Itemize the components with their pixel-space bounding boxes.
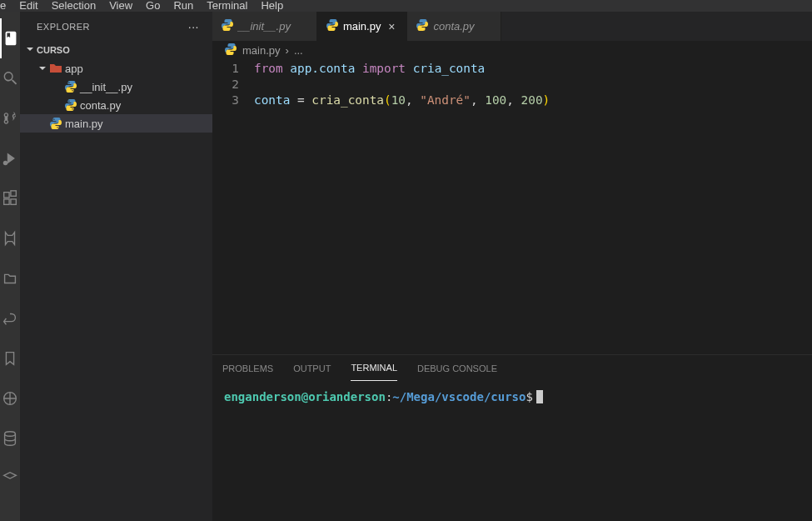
svg-point-6 <box>5 432 16 437</box>
tree-item-label: main.py <box>65 118 103 130</box>
menu-go[interactable]: Go <box>139 0 167 11</box>
terminal-path: ~/Mega/vscode/curso <box>392 390 526 403</box>
menu-view[interactable]: View <box>102 0 139 11</box>
python-file-icon <box>63 98 78 112</box>
breadcrumbs[interactable]: main.py › ... <box>212 41 812 59</box>
tab-main[interactable]: main.py × <box>317 12 408 41</box>
activity-search-icon[interactable] <box>0 58 20 98</box>
menu-selection[interactable]: Selection <box>45 0 102 11</box>
tab-label: conta.py <box>433 20 474 33</box>
python-file-icon <box>221 18 234 34</box>
line-number: 3 <box>212 93 239 108</box>
chevron-down-icon <box>25 44 35 56</box>
activity-generic-icon-4[interactable] <box>0 378 20 418</box>
line-number: 2 <box>212 77 239 93</box>
tree-folder-app[interactable]: app <box>20 59 212 78</box>
python-file-icon <box>326 18 339 34</box>
sidebar-section-label: CURSO <box>37 45 70 55</box>
python-file-icon <box>224 43 237 58</box>
sidebar: EXPLORER ··· CURSO app <box>20 12 212 521</box>
tabs-bar: __init__.py × main.py × conta.py × <box>212 12 812 41</box>
tree-item-label: __init__.py <box>80 81 132 93</box>
folder-icon <box>48 63 63 74</box>
python-file-icon <box>48 117 63 130</box>
svg-point-0 <box>3 161 8 166</box>
terminal[interactable]: enganderson@orianderson:~/Mega/vscode/cu… <box>212 383 812 521</box>
menu-terminal[interactable]: Terminal <box>200 0 254 11</box>
tree-file-conta[interactable]: conta.py <box>20 96 212 114</box>
line-number: 1 <box>212 61 239 77</box>
activity-debug-icon[interactable] <box>0 138 20 178</box>
menu-edit[interactable]: Edit <box>12 0 44 11</box>
tab-label: main.py <box>343 20 381 33</box>
terminal-dollar: $ <box>526 390 532 403</box>
menu-remnant[interactable]: e <box>0 0 12 11</box>
menu-bar: e Edit Selection View Go Run Terminal He… <box>0 0 812 12</box>
panel-tab-debug-console[interactable]: DEBUG CONSOLE <box>417 358 497 381</box>
tab-init[interactable]: __init__.py × <box>212 12 317 41</box>
panel-tab-problems[interactable]: PROBLEMS <box>222 358 273 381</box>
activity-generic-icon-5[interactable] <box>0 458 20 498</box>
activity-generic-icon-3[interactable] <box>0 298 20 338</box>
panel-tab-terminal[interactable]: TERMINAL <box>351 358 397 381</box>
sidebar-header: EXPLORER ··· <box>20 12 212 41</box>
chevron-right-icon: › <box>286 44 289 57</box>
terminal-user: enganderson@orianderson <box>224 390 386 403</box>
panel-tab-output[interactable]: OUTPUT <box>293 358 331 381</box>
tree-file-init[interactable]: __init__.py <box>20 78 212 96</box>
file-tree: app __init__.py conta.py <box>20 59 212 133</box>
chevron-down-icon <box>37 63 48 73</box>
activity-generic-icon-2[interactable] <box>0 258 20 298</box>
sidebar-more-icon[interactable]: ··· <box>188 20 199 33</box>
activity-bar <box>0 12 20 521</box>
activity-explorer-icon[interactable] <box>0 18 20 58</box>
menu-help[interactable]: Help <box>254 0 290 11</box>
main-area: __init__.py × main.py × conta.py × <box>212 12 812 521</box>
sidebar-section-header[interactable]: CURSO <box>20 41 212 59</box>
tree-file-main[interactable]: main.py <box>20 114 212 133</box>
code-line-3: conta = cria_conta(10, "André", 100, 200… <box>254 93 812 108</box>
code-line-1: from app.conta import cria_conta <box>254 61 812 77</box>
activity-generic-icon-1[interactable] <box>0 218 20 258</box>
python-file-icon <box>63 80 78 93</box>
python-file-icon <box>416 18 429 34</box>
tab-label: __init__.py <box>238 20 291 33</box>
gutter: 1 2 3 <box>212 61 254 354</box>
tree-item-label: conta.py <box>80 99 121 112</box>
tree-item-label: app <box>65 63 83 75</box>
code-line-2 <box>254 77 812 93</box>
bottom-panel: PROBLEMS OUTPUT TERMINAL DEBUG CONSOLE e… <box>212 354 812 521</box>
tab-conta[interactable]: conta.py × <box>407 12 501 41</box>
activity-database-icon[interactable] <box>0 418 20 458</box>
activity-extensions-icon[interactable] <box>0 178 20 218</box>
close-icon[interactable]: × <box>385 20 398 33</box>
breadcrumb-file: main.py <box>242 44 281 57</box>
terminal-cursor <box>536 390 543 403</box>
activity-scm-icon[interactable] <box>0 98 20 138</box>
menu-run[interactable]: Run <box>167 0 200 11</box>
sidebar-title: EXPLORER <box>37 22 90 32</box>
activity-bookmark-icon[interactable] <box>0 338 20 378</box>
editor[interactable]: 1 2 3 from app.conta import cria_conta c… <box>212 59 812 354</box>
panel-tabs: PROBLEMS OUTPUT TERMINAL DEBUG CONSOLE <box>212 355 812 383</box>
breadcrumb-more: ... <box>294 44 303 57</box>
code-area[interactable]: from app.conta import cria_conta conta =… <box>254 61 812 354</box>
